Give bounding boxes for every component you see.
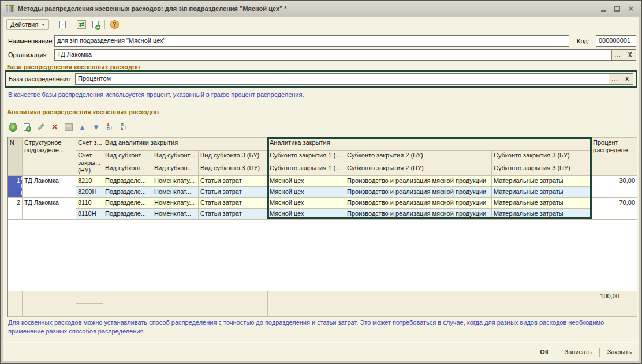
row2-kind2-nu[interactable]: Номенклат... (152, 209, 199, 220)
code-input[interactable]: 000000001 (596, 35, 636, 47)
row2-sub1-bu[interactable]: Мясной цех (268, 198, 345, 209)
row1-number-cell[interactable]: 1 (8, 176, 23, 198)
add-row-icon[interactable]: + (8, 122, 18, 132)
row1-kind1-bu[interactable]: Подразделе... (103, 176, 152, 187)
help-icon[interactable]: ? (109, 19, 120, 31)
close-button[interactable]: × (627, 5, 635, 13)
organization-clear-button[interactable]: X (624, 50, 636, 60)
col-header-kind2-bu: Вид субконт... (152, 151, 199, 163)
row2-department-cell[interactable]: ТД Лакомка (23, 198, 76, 220)
col-header-n: N (8, 138, 23, 176)
row1-sub3-bu[interactable]: Материальные затраты (492, 176, 591, 187)
totals-row: 100,00 (8, 291, 637, 317)
footer-buttons: ОК Записать Закрыть (3, 343, 639, 361)
row1-kind3-bu[interactable]: Статьи затрат (199, 176, 268, 187)
row2-kind3-nu[interactable]: Статьи затрат (199, 209, 268, 220)
window: Методы распределения косвенных расходов:… (0, 0, 642, 364)
reread-icon[interactable]: ← (57, 19, 68, 31)
row2-sub2-nu[interactable]: Производство и реализация мясной продукц… (345, 209, 492, 220)
table-row: 2 ТД Лакомка 8110 Подразделе... Номенкла… (8, 198, 637, 209)
col-header-kind1-bu: Вид субконт... (103, 151, 152, 163)
base-hint-text: В качестве базы распределения использует… (8, 91, 634, 99)
copy-add-icon[interactable]: + (89, 19, 101, 31)
col-header-sub2-bu: Субконто закрытия 2 (БУ) (345, 151, 492, 163)
row1-sub3-nu[interactable]: Материальные затраты (492, 187, 591, 198)
row1-account-bu[interactable]: 8210 (76, 176, 103, 187)
toolbar-separator (72, 20, 72, 29)
move-down-icon[interactable]: ▼ (91, 122, 101, 132)
row1-kind1-nu[interactable]: Подразделе... (103, 187, 152, 198)
minimize-button[interactable] (599, 5, 607, 13)
row2-sub1-nu[interactable]: Мясной цех (268, 209, 345, 220)
sort-descending-icon[interactable]: ЯА ↓ (119, 122, 129, 132)
footer-hint-text: Для косвенных расходов можно устанавлива… (8, 318, 634, 336)
name-label: Наименование: (8, 37, 54, 44)
row1-kind2-bu[interactable]: Номенклату... (152, 176, 199, 187)
col-header-kind1-nu: Вид субконт... (103, 163, 152, 176)
row2-kind2-bu[interactable]: Номенклату... (152, 198, 199, 209)
col-header-kind3-bu: Вид субконто 3 (БУ) (199, 151, 268, 163)
analytics-grid: N Структурное подразделе... Счет з... Ви… (8, 137, 637, 220)
row2-sub3-bu[interactable]: Материальные затраты (492, 198, 591, 209)
distribution-base-input[interactable]: Процентом ... X (75, 73, 633, 85)
save-button[interactable]: Записать (562, 347, 594, 357)
delete-row-icon[interactable]: ✕ (50, 122, 59, 132)
row2-percent-cell[interactable]: 70,00 (591, 198, 637, 220)
analytics-section-title: Аналитика распределения косвенных расход… (7, 108, 635, 117)
row1-sub2-bu[interactable]: Производство и реализация мясной продукц… (345, 176, 492, 187)
table-empty-area[interactable] (8, 220, 637, 291)
maximize-button[interactable] (613, 5, 621, 13)
code-label: Код: (577, 37, 589, 44)
name-input[interactable]: для з\п подразделения "Мясной цех" (54, 35, 569, 47)
row1-sub1-bu[interactable]: Мясной цех (268, 176, 345, 187)
row1-department-cell[interactable]: ТД Лакомка (23, 176, 76, 198)
table-row: 8110Н Подразделе... Номенклат... Статьи … (8, 209, 637, 220)
row2-kind3-bu[interactable]: Статьи затрат (199, 198, 268, 209)
main-toolbar: Действия ▼ ← ⇄ + ? (3, 17, 639, 32)
sort-ascending-icon[interactable]: АЯ ↓ (105, 122, 115, 132)
edit-row-icon[interactable] (36, 122, 46, 132)
col-group-subconto: Аналитика закрытия (268, 138, 591, 151)
close-window-button[interactable]: Закрыть (605, 347, 634, 357)
col-header-account-bu: Счет з... (76, 138, 103, 151)
col-header-sub3-nu: Субконто закрытия 3 (НУ) (492, 163, 591, 176)
total-subs-cell (268, 291, 591, 317)
total-kinds-cell (103, 291, 268, 317)
total-account-nu-cell (76, 304, 103, 317)
ok-button[interactable]: ОК (538, 347, 551, 357)
row1-percent-cell[interactable]: 30,00 (591, 176, 637, 198)
app-icon (6, 5, 14, 12)
col-header-sub2-nu: Субконто закрытия 2 (НУ) (345, 163, 492, 176)
row2-account-nu[interactable]: 8110Н (76, 209, 103, 220)
toolbar-separator (104, 20, 105, 29)
finish-edit-icon[interactable] (64, 122, 73, 132)
row2-kind1-nu[interactable]: Подразделе... (103, 209, 152, 220)
col-header-account-nu: Счет закры... (НУ) (76, 151, 103, 176)
organization-lookup-button[interactable]: ... (611, 50, 624, 60)
titlebar[interactable]: Методы распределения косвенных расходов:… (1, 1, 641, 16)
distribution-base-lookup-button[interactable]: ... (609, 74, 621, 84)
organization-input[interactable]: ТД Лакомка ... X (54, 49, 636, 61)
row1-kind2-nu[interactable]: Номенклат... (152, 187, 199, 198)
col-header-sub1-bu: Субконто закрытия 1 (... (268, 151, 345, 163)
refresh-icon[interactable]: ⇄ (76, 19, 87, 31)
col-header-kind2-nu: Вид субкон... (152, 163, 199, 176)
row1-account-nu[interactable]: 8200Н (76, 187, 103, 198)
chevron-down-icon: ▼ (41, 22, 45, 27)
row2-sub3-nu[interactable]: Материальные затраты (492, 209, 591, 220)
row1-sub2-nu[interactable]: Производство и реализация мясной продукц… (345, 187, 492, 198)
col-header-sub1-nu: Субконто закрытия 1 (... (268, 163, 345, 176)
row2-account-bu[interactable]: 8110 (76, 198, 103, 209)
row2-number-cell[interactable]: 2 (8, 198, 23, 220)
row2-sub2-bu[interactable]: Производство и реализация мясной продукц… (345, 198, 492, 209)
row1-sub1-nu[interactable]: Мясной цех (268, 187, 345, 198)
distribution-base-clear-button[interactable]: X (621, 74, 633, 84)
move-up-icon[interactable]: ▲ (77, 122, 87, 132)
row1-kind3-nu[interactable]: Статьи затрат (199, 187, 268, 198)
col-header-sub3-bu: Субконто закрытия 3 (БУ) (492, 151, 591, 163)
total-department-cell (23, 291, 76, 317)
footer-divider (3, 342, 639, 343)
row2-kind1-bu[interactable]: Подразделе... (103, 198, 152, 209)
actions-button[interactable]: Действия ▼ (6, 19, 49, 30)
copy-row-icon[interactable]: + (22, 122, 32, 132)
